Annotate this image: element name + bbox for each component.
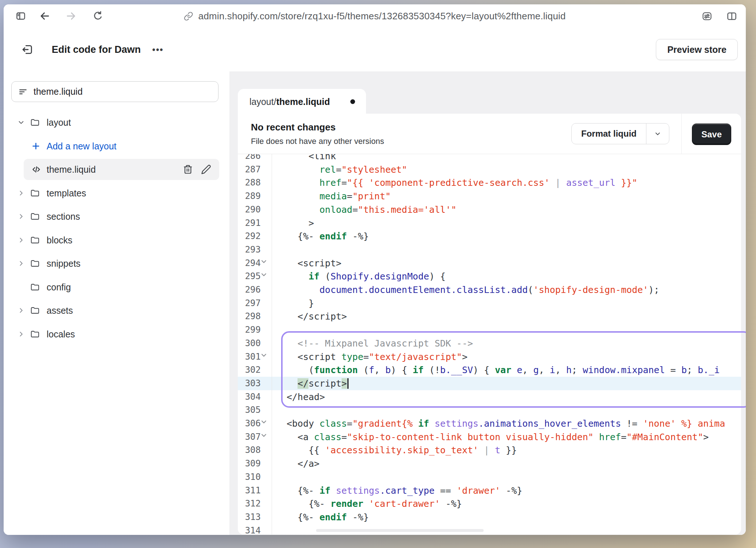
sidebar-item-layout[interactable]: layout <box>4 111 229 134</box>
pencil-icon[interactable] <box>201 164 211 175</box>
chevron-right-icon[interactable] <box>17 189 25 197</box>
chevron-down-icon[interactable] <box>17 119 25 126</box>
format-liquid-button[interactable]: Format liquid <box>571 123 669 144</box>
code-text: <a class="skip-to-content-link button vi… <box>272 430 709 444</box>
sidebar-item-snippets[interactable]: snippets <box>4 252 229 275</box>
horizontal-scrollbar[interactable] <box>316 529 484 532</box>
fold-chevron-icon[interactable] <box>261 420 267 424</box>
refresh-icon[interactable] <box>92 10 104 22</box>
chevron-right-icon[interactable] <box>17 307 25 314</box>
code-line-297[interactable]: 297 } <box>238 297 741 310</box>
more-options-button[interactable]: ••• <box>149 42 167 57</box>
code-text <box>272 524 287 535</box>
fold-chevron-icon[interactable] <box>261 434 267 437</box>
fold-chevron-icon[interactable] <box>261 353 267 357</box>
code-line-310[interactable]: 310 <box>238 470 741 484</box>
code-line-287[interactable]: 287 rel="stylesheet" <box>238 163 741 176</box>
line-number: 292 <box>238 230 272 243</box>
address-bar[interactable]: admin.shopify.com/store/rzq1xu-f5/themes… <box>184 11 566 22</box>
chevron-right-icon[interactable] <box>17 330 25 338</box>
code-text: (function (f, b) { if (!b.__SV) { var e,… <box>272 363 720 377</box>
code-line-294[interactable]: 294 <script> <box>238 257 741 270</box>
code-text: <link <box>272 154 336 163</box>
code-line-293[interactable]: 293 <box>238 243 741 257</box>
browser-window: admin.shopify.com/store/rzq1xu-f5/themes… <box>4 4 746 535</box>
code-text: <script type="text/javascript"> <box>272 350 468 364</box>
code-line-298[interactable]: 298 </script> <box>238 310 741 323</box>
sidebar-item-templates[interactable]: templates <box>4 181 229 205</box>
code-line-299[interactable]: 299 <box>238 323 741 337</box>
line-number: 287 <box>238 163 272 176</box>
content-area: theme.liquid layoutAdd a new layouttheme… <box>4 71 746 535</box>
chevron-right-icon[interactable] <box>17 236 25 244</box>
file-search-input[interactable]: theme.liquid <box>11 81 218 102</box>
code-editor[interactable]: 286 <link287 rel="stylesheet"288 href="{… <box>238 154 741 535</box>
format-options-dropdown[interactable] <box>646 124 669 144</box>
code-text: document.documentElement.classList.add('… <box>272 283 659 297</box>
fold-chevron-icon[interactable] <box>261 260 267 263</box>
file-tree: layoutAdd a new layouttheme.liquidtempla… <box>4 111 229 535</box>
code-line-300[interactable]: 300 <!-- Mixpanel Javascript SDK --> <box>238 337 741 350</box>
sidebar-item-label: blocks <box>47 235 72 245</box>
line-number: 301 <box>238 350 272 364</box>
trash-icon[interactable] <box>183 164 193 175</box>
code-line-312[interactable]: 312 {%- render 'cart-drawer' -%} <box>238 497 741 510</box>
line-number: 310 <box>238 470 272 484</box>
sidebar-item-label: config <box>47 282 71 292</box>
folder-icon <box>30 329 40 339</box>
code-line-302[interactable]: 302 (function (f, b) { if (!b.__SV) { va… <box>238 363 741 377</box>
code-text: <!-- Mixpanel Javascript SDK --> <box>272 337 473 350</box>
line-number: 297 <box>238 297 272 310</box>
code-text: onload="this.media='all'" <box>272 203 457 216</box>
code-line-307[interactable]: 307 <a class="skip-to-content-link butto… <box>238 430 741 444</box>
code-line-288[interactable]: 288 href="{{ 'component-predictive-searc… <box>238 176 741 189</box>
sidebar-item-blocks[interactable]: blocks <box>4 228 229 252</box>
link-icon <box>184 11 193 21</box>
line-number: 295 <box>238 270 272 283</box>
sidebar-item-sections[interactable]: sections <box>4 205 229 228</box>
tab-theme-liquid[interactable]: layout/theme.liquid <box>238 89 366 114</box>
code-line-295[interactable]: 295 if (Shopify.designMode) { <box>238 270 741 283</box>
code-line-292[interactable]: 292 {%- endif -%} <box>238 230 741 243</box>
sidebar-item-assets[interactable]: assets <box>4 299 229 322</box>
code-line-296[interactable]: 296 document.documentElement.classList.a… <box>238 283 741 297</box>
code-line-289[interactable]: 289 media="print" <box>238 189 741 203</box>
code-line-306[interactable]: 306<body class="gradient{% if settings.a… <box>238 417 741 430</box>
code-line-313[interactable]: 313 {%- endif -%} <box>238 510 741 524</box>
chevron-right-icon[interactable] <box>17 260 25 267</box>
code-line-301[interactable]: 301 <script type="text/javascript"> <box>238 350 741 364</box>
split-view-icon[interactable] <box>725 10 738 22</box>
code-text: {{ 'accessibility.skip_to_text' | t }} <box>272 443 517 457</box>
sidebar-item-theme-liquid[interactable]: theme.liquid <box>4 158 229 181</box>
search-value: theme.liquid <box>34 86 83 97</box>
code-text: {%- render 'cart-drawer' -%} <box>272 497 462 510</box>
forward-arrow-icon[interactable] <box>65 10 77 22</box>
back-arrow-icon[interactable] <box>39 10 51 22</box>
panel-toggle-icon[interactable] <box>15 10 27 22</box>
exit-code-editor-button[interactable] <box>20 42 35 57</box>
code-line-286[interactable]: 286 <link <box>238 154 741 163</box>
code-line-291[interactable]: 291 > <box>238 216 741 230</box>
chevron-right-icon[interactable] <box>17 213 25 220</box>
code-line-309[interactable]: 309 </a> <box>238 457 741 470</box>
code-line-303[interactable]: 303 </script> <box>238 377 741 390</box>
save-button[interactable]: Save <box>692 124 731 145</box>
sidebar-item-locales[interactable]: locales <box>4 322 229 346</box>
plus-icon <box>31 141 40 150</box>
line-number: 286 <box>238 154 272 163</box>
folder-icon <box>30 188 40 198</box>
preview-store-button[interactable]: Preview store <box>656 39 738 60</box>
code-line-290[interactable]: 290 onload="this.media='all'" <box>238 203 741 216</box>
code-line-305[interactable]: 305 <box>238 403 741 417</box>
code-line-314[interactable]: 314 <box>238 524 741 535</box>
code-line-304[interactable]: 304</head> <box>238 390 741 404</box>
line-number: 290 <box>238 203 272 216</box>
folder-icon <box>30 306 40 316</box>
tune-icon[interactable] <box>701 10 713 22</box>
code-line-311[interactable]: 311 {%- if settings.cart_type == 'drawer… <box>238 484 741 497</box>
sidebar-item-config[interactable]: config <box>4 275 229 299</box>
fold-chevron-icon[interactable] <box>261 273 267 277</box>
sidebar-item-add-new-layout[interactable]: Add a new layout <box>4 134 229 158</box>
code-text: {%- endif -%} <box>272 510 369 524</box>
code-line-308[interactable]: 308 {{ 'accessibility.skip_to_text' | t … <box>238 443 741 457</box>
